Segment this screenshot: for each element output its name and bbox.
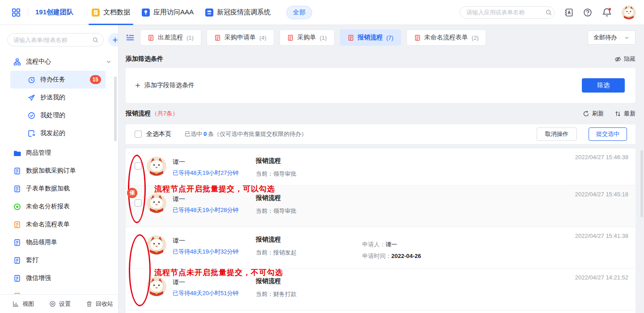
filter-section-header: 添加筛选条件 隐藏 bbox=[126, 53, 636, 65]
tab-count: (2) bbox=[472, 34, 479, 41]
assignee-name: 谭一 bbox=[173, 158, 185, 166]
todo-filter-select[interactable]: 全部待办 bbox=[588, 30, 636, 45]
add-filter-field-button[interactable]: 添加字段筛选条件 bbox=[135, 81, 195, 89]
waiting-duration: 已等待48天20小时51分钟 bbox=[173, 289, 238, 297]
task-checkbox[interactable] bbox=[135, 162, 142, 169]
views-button[interactable]: 视图 bbox=[13, 300, 34, 308]
app-icon-covid bbox=[205, 8, 213, 17]
address-book-icon[interactable] bbox=[564, 8, 573, 17]
apply-time-field: 申请时间：2022-04-26 bbox=[362, 252, 421, 260]
app-tab-label: 新冠疫情流调系统 bbox=[217, 8, 271, 17]
refresh-button[interactable]: 刷新 bbox=[583, 110, 604, 118]
page-scrollbar[interactable] bbox=[640, 150, 643, 217]
paper-plane-icon bbox=[28, 94, 35, 102]
main-content: 出差流程 (1) 采购申请单 (4) 采购单 (1) 报销流程 (7) bbox=[119, 25, 644, 313]
applicant-label: 申请人： bbox=[362, 241, 386, 248]
apply-filter-button[interactable]: 筛选 bbox=[582, 78, 625, 93]
all-apps-pill[interactable]: 全部 bbox=[286, 6, 312, 19]
sidebar-item-label: 微信增强 bbox=[26, 274, 51, 282]
user-avatar[interactable] bbox=[622, 5, 636, 20]
avatar bbox=[147, 156, 166, 176]
sidebar-item-started-by-me[interactable]: 我发起的 bbox=[10, 124, 106, 142]
document-icon bbox=[13, 167, 21, 175]
app-tab-label: 应用访问AAA bbox=[153, 8, 194, 17]
sidebar-item-unnamed-flow-form[interactable]: 未命名流程表单 bbox=[0, 216, 118, 233]
sidebar-item-label: 未命名流程表单 bbox=[26, 220, 70, 228]
document-icon bbox=[13, 221, 21, 228]
sort-arrows-icon bbox=[614, 110, 621, 117]
task-checkbox[interactable] bbox=[135, 199, 142, 207]
global-search[interactable] bbox=[460, 6, 555, 19]
task-row[interactable]: 谭一 已等待48天20小时51分钟 报销流程 当前：财务打款 2022/04/2… bbox=[126, 269, 636, 310]
tab-business-trip[interactable]: 出差流程 (1) bbox=[140, 30, 201, 46]
chevron-down-icon bbox=[106, 59, 112, 65]
notification-bell-icon[interactable] bbox=[602, 8, 612, 17]
org-chart-icon bbox=[13, 58, 21, 66]
workspace-name[interactable]: 191创建团队 bbox=[35, 8, 73, 17]
sidebar-item-label: 抄送我的 bbox=[40, 93, 65, 102]
refresh-icon bbox=[583, 110, 589, 117]
sidebar-search-input[interactable] bbox=[13, 37, 92, 43]
recycle-bin-button[interactable]: 回收站 bbox=[86, 300, 113, 308]
refresh-label: 刷新 bbox=[592, 110, 604, 118]
bar-chart-icon bbox=[13, 300, 19, 307]
help-icon[interactable] bbox=[583, 8, 592, 17]
sidebar-item-wechat-enhance[interactable]: 微信增强 bbox=[0, 269, 118, 287]
check-circle-icon bbox=[28, 112, 35, 119]
tab-purchase-request[interactable]: 采购申请单 (4) bbox=[207, 30, 274, 46]
sidebar-item-label: 商品管理 bbox=[26, 149, 51, 157]
tab-label: 采购申请单 bbox=[225, 34, 256, 42]
tab-reimbursement[interactable]: 报销流程 (7) bbox=[340, 30, 401, 46]
sidebar-item-product-mgmt[interactable]: 商品管理 bbox=[0, 144, 118, 162]
sidebar-item-print-template[interactable]: 套打 bbox=[0, 251, 118, 269]
list-collapse-icon[interactable] bbox=[126, 33, 135, 42]
applicant-field: 申请人：谭一 bbox=[362, 241, 397, 249]
sidebar-item-data-load-order[interactable]: 数据加载采购订单 bbox=[0, 162, 118, 180]
sidebar-item-handled-by-me[interactable]: 我处理的 bbox=[10, 106, 106, 124]
add-form-button[interactable] bbox=[108, 33, 119, 47]
select-all-checkbox[interactable] bbox=[135, 131, 142, 138]
tab-count: (4) bbox=[259, 34, 267, 41]
global-search-input[interactable] bbox=[466, 9, 545, 16]
cancel-operation-button[interactable]: 取消操作 bbox=[537, 127, 577, 141]
task-row[interactable]: 谭一 已等待48天19小时32分钟 报销流程 当前：报销发起 申请人：谭一 申请… bbox=[126, 227, 636, 269]
avatar bbox=[147, 277, 166, 296]
tab-count: (1) bbox=[186, 34, 194, 41]
sidebar-item-label: 我发起的 bbox=[40, 129, 65, 137]
filter-title: 添加筛选条件 bbox=[126, 55, 163, 63]
sidebar-scrollbar[interactable] bbox=[114, 76, 117, 141]
current-node: 当前：领导审批 bbox=[256, 207, 297, 215]
grid-menu-icon[interactable] bbox=[12, 8, 21, 17]
navbar-right bbox=[460, 5, 636, 20]
task-timestamp: 2022/04/27 15:45:18 bbox=[575, 191, 628, 198]
tab-label: 采购单 bbox=[297, 34, 316, 42]
settings-label: 设置 bbox=[59, 300, 71, 308]
app-window: 191创建团队 文档数据 应用访问AAA 新冠疫情流调系统 bbox=[0, 0, 644, 313]
folder-icon bbox=[13, 149, 21, 157]
app-tab-docs[interactable]: 文档数据 bbox=[86, 0, 136, 25]
sidebar-search[interactable] bbox=[7, 33, 104, 47]
current-node: 当前：报销发起 bbox=[256, 249, 297, 257]
sidebar-item-subform-data-load[interactable]: 子表单数据加载 bbox=[0, 180, 118, 198]
avatar bbox=[147, 194, 166, 213]
current-node: 当前：财务打款 bbox=[256, 290, 297, 298]
sidebar-item-unnamed-report[interactable]: 未命名分析报表 bbox=[0, 198, 118, 216]
task-row[interactable]: 谭一 已等待48天19小时28分钟 报销流程 当前：领导审批 2022/04/2… bbox=[126, 186, 636, 227]
sidebar-group-process-center[interactable]: 流程中心 bbox=[0, 53, 118, 71]
hide-filters-link[interactable]: 隐藏 bbox=[614, 55, 636, 63]
settings-button[interactable]: 设置 bbox=[49, 300, 71, 308]
top-navbar: 191创建团队 文档数据 应用访问AAA 新冠疫情流调系统 bbox=[0, 0, 644, 25]
app-tab-access[interactable]: 应用访问AAA bbox=[136, 0, 199, 25]
sidebar-item-cc-to-me[interactable]: 抄送我的 bbox=[10, 89, 106, 106]
app-tab-covid[interactable]: 新冠疫情流调系统 bbox=[199, 0, 276, 25]
sidebar-item-item-requisition[interactable]: 物品领用单 bbox=[0, 233, 118, 251]
tab-unnamed-flow-form[interactable]: 未命名流程表单 (2) bbox=[407, 30, 487, 46]
sidebar-item-todo-tasks[interactable]: 待办任务 15 bbox=[10, 71, 106, 89]
tab-purchase-order[interactable]: 采购单 (1) bbox=[280, 30, 335, 46]
sidebar-item-label: 数据加载采购订单 bbox=[26, 167, 76, 175]
task-row[interactable]: 谭一 已等待48天19小时27分钟 报销流程 当前：领导审批 2022/04/2… bbox=[126, 148, 636, 186]
task-title: 报销流程 bbox=[256, 194, 281, 202]
submit-selected-button[interactable]: 提交选中 bbox=[589, 127, 627, 141]
recycle-label: 回收站 bbox=[96, 300, 113, 308]
sort-latest-button[interactable]: 最新 bbox=[614, 110, 636, 118]
